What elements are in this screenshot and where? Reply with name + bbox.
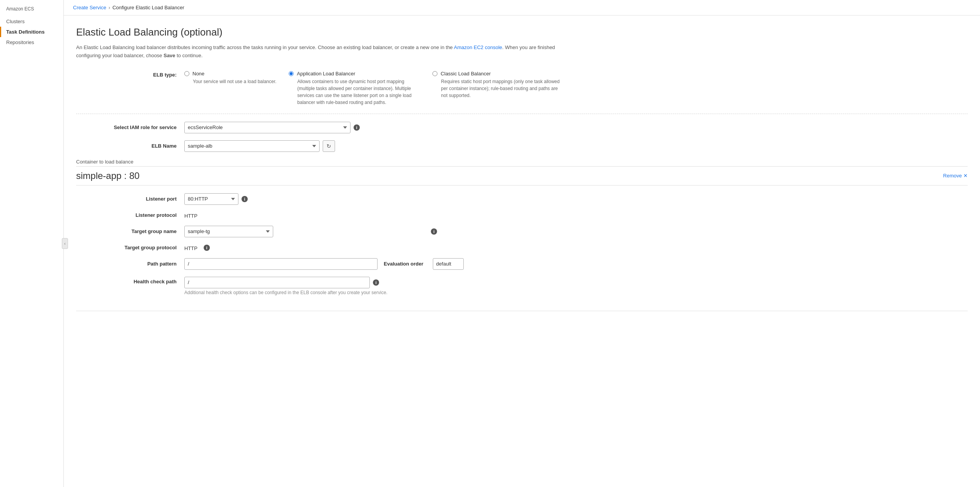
listener-port-info-icon[interactable]: i — [242, 196, 248, 202]
target-group-name-row: Target group name sample-tg i — [76, 226, 968, 237]
listener-port-select[interactable]: 80:HTTP — [184, 193, 238, 205]
elb-option-none-description: Your service will not use a load balance… — [184, 78, 276, 85]
health-check-path-info-icon[interactable]: i — [373, 279, 379, 286]
sidebar: Amazon ECS Clusters Task Definitions Rep… — [0, 0, 64, 487]
iam-role-info-icon[interactable]: i — [354, 124, 360, 131]
target-group-name-control: sample-tg i — [184, 226, 437, 237]
sidebar-collapse-handle[interactable]: ‹ — [62, 238, 68, 249]
elb-name-label: ELB Name — [76, 143, 184, 149]
target-group-protocol-value: HTTP — [184, 244, 197, 251]
elb-name-row: ELB Name sample-alb ↻ — [76, 140, 968, 152]
sidebar-item-clusters[interactable]: Clusters — [0, 16, 63, 27]
description-text-3: to continue. — [175, 53, 203, 58]
path-pattern-row: Path pattern Evaluation order — [76, 258, 968, 270]
breadcrumb-separator: › — [109, 5, 110, 10]
elb-option-application-label[interactable]: Application Load Balancer — [289, 71, 420, 77]
health-check-path-label: Health check path — [76, 277, 184, 284]
listener-port-label: Listener port — [76, 196, 184, 202]
description-save-bold: Save — [163, 53, 175, 58]
target-group-protocol-row: Target group protocol HTTP i — [76, 244, 968, 251]
health-check-path-input[interactable] — [184, 277, 370, 288]
iam-role-row: Select IAM role for service ecsServiceRo… — [76, 122, 968, 133]
elb-option-none-label[interactable]: None — [184, 71, 276, 77]
ec2-console-link[interactable]: Amazon EC2 console — [454, 44, 502, 50]
path-pattern-control: Evaluation order — [184, 258, 968, 270]
elb-type-label: ELB type: — [76, 71, 184, 78]
breadcrumb-current: Configure Elastic Load Balancer — [112, 5, 184, 10]
iam-role-select[interactable]: ecsServiceRole — [184, 122, 350, 133]
target-group-name-label: Target group name — [76, 228, 184, 234]
elb-type-options: None Your service will not use a load ba… — [184, 71, 968, 106]
page-title: Elastic Load Balancing (optional) — [76, 26, 968, 38]
health-check-note: Additional health check options can be c… — [184, 290, 388, 295]
bottom-border — [76, 303, 968, 311]
elb-type-section: ELB type: None Your service will not use… — [76, 71, 968, 106]
listener-port-control: 80:HTTP i — [184, 193, 248, 205]
page-description: An Elastic Load Balancing load balancer … — [76, 44, 578, 60]
elb-option-none-radio[interactable] — [184, 71, 189, 76]
elb-type-row: ELB type: None Your service will not use… — [76, 71, 968, 106]
listener-protocol-row: Listener protocol HTTP — [76, 212, 968, 219]
container-section: Container to load balance simple-app : 8… — [76, 159, 968, 295]
elb-option-application-description: Allows containers to use dynamic host po… — [289, 78, 420, 106]
target-group-name-select[interactable]: sample-tg — [184, 226, 273, 237]
main-content: Create Service › Configure Elastic Load … — [64, 0, 980, 487]
elb-name-control: sample-alb ↻ — [184, 140, 335, 152]
container-header: simple-app : 80 Remove ✕ — [76, 166, 968, 186]
path-pattern-label: Path pattern — [76, 261, 184, 267]
remove-label: Remove — [943, 173, 962, 179]
listener-protocol-label: Listener protocol — [76, 212, 184, 218]
sidebar-app-title: Amazon ECS — [0, 6, 63, 16]
description-text-1: An Elastic Load Balancing load balancer … — [76, 44, 454, 50]
listener-protocol-value: HTTP — [184, 212, 197, 219]
sidebar-item-task-definitions[interactable]: Task Definitions — [0, 27, 63, 37]
listener-port-row: Listener port 80:HTTP i — [76, 193, 968, 205]
breadcrumb: Create Service › Configure Elastic Load … — [64, 0, 980, 15]
elb-option-classic: Classic Load Balancer Requires static ho… — [432, 71, 564, 99]
evaluation-order-label: Evaluation order — [384, 261, 424, 267]
elb-option-application-text: Application Load Balancer — [297, 71, 355, 77]
page-content-area: Elastic Load Balancing (optional) An Ela… — [64, 15, 980, 322]
container-name: simple-app : 80 — [76, 170, 140, 181]
elb-option-classic-text: Classic Load Balancer — [441, 71, 490, 77]
remove-icon: ✕ — [963, 173, 968, 179]
elb-option-none: None Your service will not use a load ba… — [184, 71, 276, 85]
health-check-path-row: Health check path i Additional health ch… — [76, 277, 968, 295]
sidebar-item-repositories[interactable]: Repositories — [0, 37, 63, 48]
health-check-path-control: i Additional health check options can be… — [184, 277, 388, 295]
iam-role-control: ecsServiceRole i — [184, 122, 360, 133]
target-group-protocol-label: Target group protocol — [76, 245, 184, 250]
evaluation-order-input[interactable] — [433, 258, 464, 270]
remove-container-link[interactable]: Remove ✕ — [943, 173, 968, 179]
container-section-label: Container to load balance — [76, 159, 968, 165]
target-group-protocol-control: HTTP i — [184, 244, 210, 251]
section-divider — [76, 114, 968, 114]
iam-role-label: Select IAM role for service — [76, 124, 184, 130]
elb-name-refresh-button[interactable]: ↻ — [323, 140, 335, 152]
elb-name-select[interactable]: sample-alb — [184, 140, 320, 152]
target-group-protocol-info-icon[interactable]: i — [204, 245, 210, 251]
elb-option-application-radio[interactable] — [289, 71, 294, 76]
elb-option-classic-radio[interactable] — [432, 71, 437, 76]
listener-protocol-control: HTTP — [184, 212, 197, 219]
breadcrumb-create-service-link[interactable]: Create Service — [73, 5, 106, 10]
path-pattern-input[interactable] — [184, 258, 378, 270]
refresh-icon: ↻ — [327, 143, 331, 149]
elb-option-application: Application Load Balancer Allows contain… — [289, 71, 420, 106]
elb-option-none-text: None — [192, 71, 204, 77]
elb-option-classic-description: Requires static host port mappings (only… — [432, 78, 564, 99]
elb-option-classic-label[interactable]: Classic Load Balancer — [432, 71, 564, 77]
target-group-name-info-icon[interactable]: i — [431, 228, 437, 235]
